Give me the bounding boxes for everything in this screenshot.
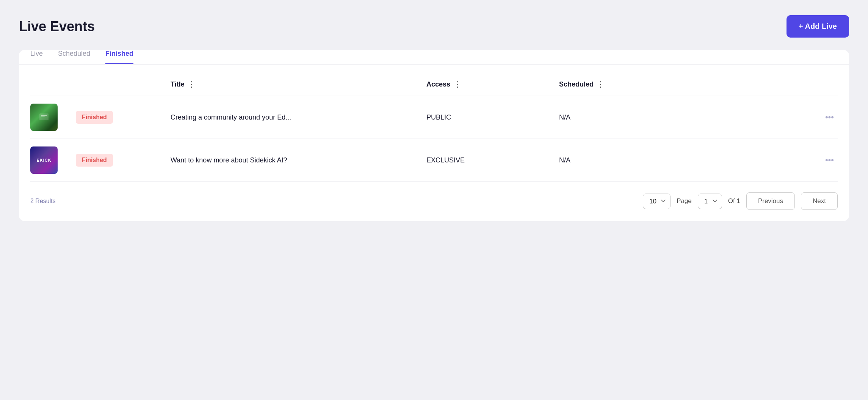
access-menu-icon[interactable]: ⋮ [453, 80, 461, 89]
page-title: Live Events [19, 19, 95, 35]
event-thumbnail-1 [30, 104, 58, 131]
tabs-bar: Live Scheduled Finished [19, 50, 849, 65]
per-page-select[interactable]: 10 25 50 [643, 194, 671, 209]
pagination-controls: 10 25 50 Page 1 Of 1 Previous Next [643, 192, 838, 210]
add-live-button[interactable]: + Add Live [787, 15, 849, 38]
event-scheduled-1: N/A [559, 113, 815, 121]
event-thumbnail-2: EKICK [30, 146, 58, 174]
svg-rect-2 [41, 117, 45, 117]
event-more-menu-1[interactable]: ••• [815, 112, 838, 122]
event-status-2: Finished [76, 154, 171, 167]
tab-scheduled[interactable]: Scheduled [58, 50, 90, 64]
table-row: EKICK Finished Want to know more about S… [30, 139, 838, 182]
table-row: Finished Creating a community around you… [30, 96, 838, 139]
tabs: Live Scheduled Finished [30, 50, 838, 64]
results-count: 2 Results [30, 198, 56, 205]
page-select[interactable]: 1 [698, 194, 722, 209]
thumbnail-image-2: EKICK [30, 146, 58, 174]
events-table-card: Title ⋮ Access ⋮ Scheduled ⋮ [19, 65, 849, 221]
title-menu-icon[interactable]: ⋮ [188, 80, 195, 89]
tab-live[interactable]: Live [30, 50, 43, 64]
event-access-2: EXCLUSIVE [426, 156, 559, 164]
col-header-access: Access ⋮ [426, 80, 559, 89]
thumbnail-image-1 [30, 104, 58, 131]
event-more-menu-2[interactable]: ••• [815, 155, 838, 165]
table-footer: 2 Results 10 25 50 Page 1 Of 1 Previous … [30, 192, 838, 210]
event-title-2: Want to know more about Sidekick AI? [171, 156, 426, 164]
col-header-title: Title ⋮ [171, 80, 426, 89]
event-access-1: PUBLIC [426, 113, 559, 121]
next-button[interactable]: Next [801, 192, 838, 210]
tab-finished[interactable]: Finished [105, 50, 133, 64]
event-title-1: Creating a community around your Ed... [171, 113, 426, 121]
table-header: Title ⋮ Access ⋮ Scheduled ⋮ [30, 76, 838, 96]
event-scheduled-2: N/A [559, 156, 815, 164]
col-header-scheduled: Scheduled ⋮ [559, 80, 815, 89]
svg-rect-1 [41, 115, 47, 116]
main-content: Live Scheduled Finished Title ⋮ Access ⋮… [19, 50, 849, 221]
previous-button[interactable]: Previous [746, 192, 795, 210]
event-status-1: Finished [76, 111, 171, 124]
page-label: Page [677, 197, 692, 205]
of-text: Of 1 [728, 197, 740, 205]
scheduled-menu-icon[interactable]: ⋮ [597, 80, 604, 89]
page-header: Live Events + Add Live [19, 15, 849, 38]
